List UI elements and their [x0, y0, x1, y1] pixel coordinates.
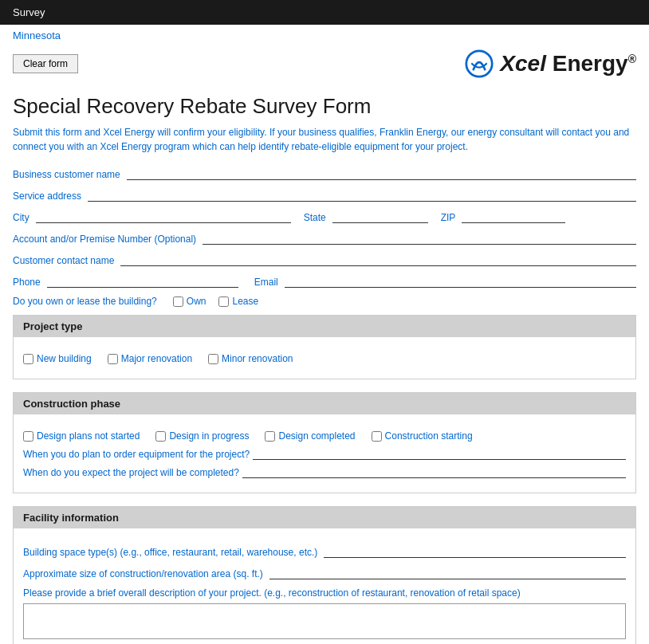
construction-phase-inner: Design plans not started Design in progr… [14, 422, 635, 493]
design-not-started-label[interactable]: Design plans not started [23, 430, 140, 442]
building-type-label: Building space type(s) (e.g., office, re… [23, 547, 317, 558]
zip-label: ZIP [441, 212, 456, 223]
logo-area: Xcel Energy® [465, 49, 636, 78]
business-customer-name-input[interactable] [127, 167, 636, 180]
account-label: Account and/or Premise Number (Optional) [13, 234, 196, 245]
clear-logo-row: Clear form Xcel Energy® [0, 46, 649, 84]
city-label: City [13, 212, 30, 223]
form-subtitle: Submit this form and Xcel Energy will co… [13, 125, 636, 154]
phone-email-row: Phone Email [13, 274, 636, 288]
project-type-header: Project type [14, 316, 635, 337]
construction-phase-header: Construction phase [14, 393, 635, 414]
contact-name-label: Customer contact name [13, 255, 114, 266]
business-customer-name-label: Business customer name [13, 169, 120, 180]
design-completed-label[interactable]: Design completed [265, 430, 355, 442]
account-input[interactable] [203, 231, 636, 245]
major-renovation-checkbox[interactable] [108, 354, 118, 364]
order-equipment-label: When you do plan to order equipment for … [23, 449, 250, 460]
service-address-input[interactable] [88, 188, 636, 202]
description-label: Please provide a brief overall descripti… [23, 587, 626, 599]
main-content: Special Recovery Rebate Survey Form Subm… [0, 84, 649, 644]
logo-text: Xcel Energy® [500, 51, 636, 77]
svg-point-0 [466, 51, 492, 77]
design-completed-text: Design completed [278, 430, 355, 442]
city-input[interactable] [36, 210, 291, 223]
design-not-started-checkbox[interactable] [23, 431, 33, 442]
form-title: Special Recovery Rebate Survey Form [13, 94, 636, 119]
account-row: Account and/or Premise Number (Optional) [13, 231, 636, 245]
business-customer-name-row: Business customer name [13, 167, 636, 180]
own-checkbox-label[interactable]: Own [173, 296, 206, 307]
clear-form-button[interactable]: Clear form [13, 54, 78, 73]
approx-size-input[interactable] [269, 566, 626, 579]
project-complete-input[interactable] [242, 466, 626, 478]
new-building-text: New building [37, 353, 92, 364]
own-checkbox[interactable] [173, 296, 183, 307]
design-in-progress-label[interactable]: Design in progress [155, 430, 249, 442]
lease-label: Lease [232, 296, 258, 307]
approx-size-row: Approximate size of construction/renovat… [23, 566, 626, 579]
top-bar: Survey [0, 0, 649, 25]
project-complete-row: When do you expect the project will be c… [23, 466, 626, 478]
major-renovation-text: Major renovation [121, 353, 192, 364]
contact-name-row: Customer contact name [13, 253, 636, 266]
new-building-label[interactable]: New building [23, 353, 92, 364]
facility-info-section: Facility information Building space type… [13, 506, 636, 644]
design-in-progress-checkbox[interactable] [155, 431, 166, 442]
project-complete-label: When do you expect the project will be c… [23, 467, 239, 478]
description-textarea[interactable] [23, 603, 626, 639]
building-type-row: Building space type(s) (e.g., office, re… [23, 544, 626, 558]
email-input[interactable] [285, 274, 636, 288]
top-bar-label: Survey [13, 6, 45, 18]
new-building-checkbox[interactable] [23, 354, 33, 364]
own-lease-row: Do you own or lease the building? Own Le… [13, 296, 636, 307]
phone-input[interactable] [47, 274, 238, 288]
building-type-input[interactable] [324, 544, 626, 558]
project-type-checkbox-row: New building Major renovation Minor reno… [23, 353, 626, 364]
minor-renovation-label[interactable]: Minor renovation [208, 353, 293, 364]
city-state-zip-row: City State ZIP [13, 210, 636, 223]
service-address-row: Service address [13, 188, 636, 202]
state-field-label: State [304, 212, 326, 223]
lease-checkbox[interactable] [218, 296, 229, 307]
construction-starting-checkbox[interactable] [372, 431, 382, 442]
state-input[interactable] [332, 210, 428, 223]
state-label: Minnesota [13, 29, 61, 41]
construction-starting-text: Construction starting [385, 430, 473, 442]
email-label: Email [254, 277, 278, 288]
construction-phase-section: Construction phase Design plans not star… [13, 392, 636, 493]
service-address-label: Service address [13, 190, 81, 202]
description-block: Please provide a brief overall descripti… [23, 587, 626, 642]
design-completed-checkbox[interactable] [265, 431, 275, 442]
lease-checkbox-label[interactable]: Lease [218, 296, 258, 307]
minor-renovation-text: Minor renovation [222, 353, 293, 364]
order-equipment-row: When you do plan to order equipment for … [23, 448, 626, 460]
design-not-started-text: Design plans not started [37, 430, 140, 442]
construction-phase-checkbox-row: Design plans not started Design in progr… [23, 430, 626, 442]
design-in-progress-text: Design in progress [169, 430, 249, 442]
construction-starting-label[interactable]: Construction starting [372, 430, 473, 442]
major-renovation-label[interactable]: Major renovation [108, 353, 192, 364]
state-row: Minnesota [0, 25, 649, 46]
own-lease-label: Do you own or lease the building? [13, 296, 157, 307]
project-type-section: Project type New building Major renovati… [13, 315, 636, 379]
project-type-inner: New building Major renovation Minor reno… [14, 345, 635, 379]
approx-size-label: Approximate size of construction/renovat… [23, 568, 263, 579]
order-equipment-input[interactable] [253, 448, 626, 460]
phone-label: Phone [13, 277, 41, 288]
facility-info-header: Facility information [14, 507, 635, 528]
own-label: Own [187, 296, 206, 307]
facility-info-inner: Building space type(s) (e.g., office, re… [14, 536, 635, 644]
xcel-energy-icon [465, 49, 494, 78]
contact-name-input[interactable] [120, 253, 636, 266]
zip-input[interactable] [462, 210, 565, 223]
minor-renovation-checkbox[interactable] [208, 354, 218, 364]
